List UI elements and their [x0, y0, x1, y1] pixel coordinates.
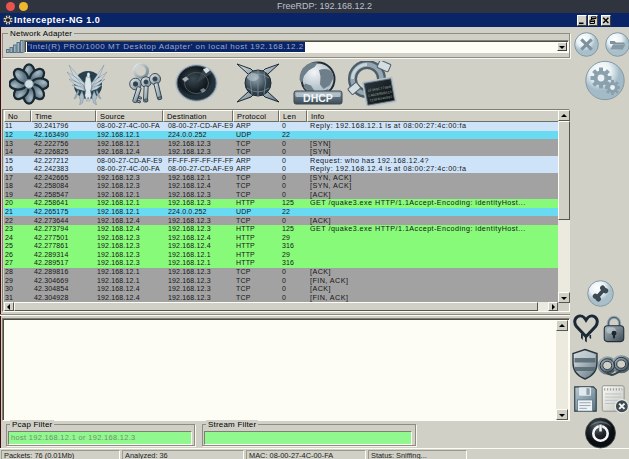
svg-text:DHCP: DHCP — [303, 92, 333, 104]
